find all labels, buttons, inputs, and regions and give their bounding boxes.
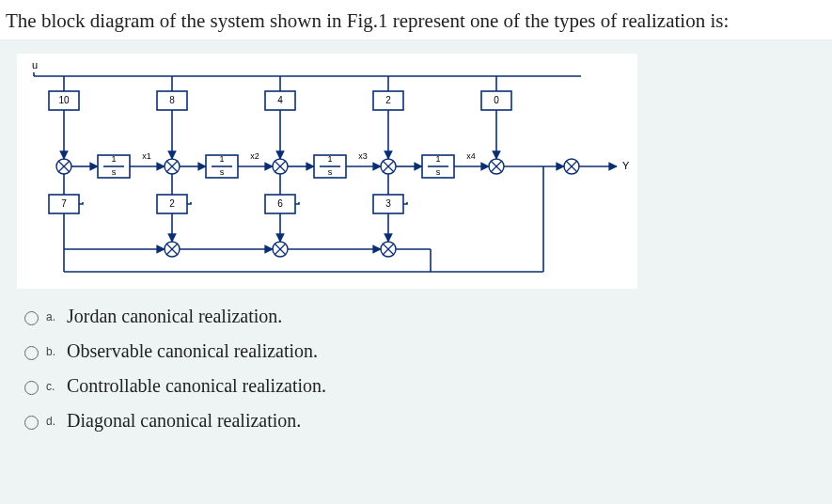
sum-node-2 xyxy=(273,159,288,174)
svg-text:s: s xyxy=(436,168,441,178)
option-c[interactable]: c. Controllable canonical realization. xyxy=(24,375,823,397)
top-gain-3: 2 xyxy=(373,76,403,159)
svg-text:s: s xyxy=(220,168,225,178)
question-text: The block diagram of the system shown in… xyxy=(6,9,729,32)
option-text: Observable canonical realization. xyxy=(67,340,318,362)
option-d[interactable]: d. Diagonal canonical realization. xyxy=(24,410,823,432)
sum-node-out xyxy=(564,159,579,174)
sum-bottom-2 xyxy=(273,242,288,257)
top-gain-4: 0 xyxy=(481,76,511,159)
bottom-gain-0: 7 xyxy=(49,174,83,272)
option-letter: a. xyxy=(46,310,59,323)
output-label: Y xyxy=(622,160,630,171)
integrator-0: 1s x1 xyxy=(71,152,165,179)
svg-text:s: s xyxy=(112,168,117,178)
svg-text:2: 2 xyxy=(385,95,391,105)
svg-text:x3: x3 xyxy=(358,152,368,162)
radio-icon[interactable] xyxy=(24,311,39,325)
svg-text:0: 0 xyxy=(494,95,499,105)
radio-icon[interactable] xyxy=(24,416,39,430)
sum-node-3 xyxy=(381,159,396,174)
svg-text:x1: x1 xyxy=(142,152,151,162)
radio-icon[interactable] xyxy=(24,381,39,395)
bottom-gain-2: 6 xyxy=(265,174,299,242)
top-gain-1: 8 xyxy=(157,76,187,159)
integrator-1: 1s x2 xyxy=(180,152,273,179)
svg-text:8: 8 xyxy=(169,95,175,105)
svg-text:7: 7 xyxy=(61,198,67,209)
option-letter: c. xyxy=(46,380,59,393)
option-text: Diagonal canonical realization. xyxy=(67,410,301,432)
svg-text:10: 10 xyxy=(58,95,70,105)
sum-bottom-1 xyxy=(165,242,180,257)
svg-text:1: 1 xyxy=(111,155,116,165)
top-gain-0: 10 xyxy=(49,76,79,159)
option-letter: b. xyxy=(46,345,59,358)
integrator-2: 1s x3 xyxy=(288,152,381,179)
block-diagram: .wire { stroke:#0a2e73; stroke-width:1.6… xyxy=(17,54,637,289)
sum-bottom-3 xyxy=(381,242,396,257)
sum-node-1 xyxy=(165,159,180,174)
integrator-3: 1s x4 xyxy=(396,152,489,179)
bottom-gain-1: 2 xyxy=(157,174,191,242)
sum-node-4 xyxy=(489,159,504,174)
radio-icon[interactable] xyxy=(24,346,39,360)
top-gain-2: 4 xyxy=(265,76,295,159)
svg-text:1: 1 xyxy=(219,155,224,165)
svg-text:x4: x4 xyxy=(466,152,476,162)
question-area: The block diagram of the system shown in… xyxy=(0,0,832,40)
svg-text:6: 6 xyxy=(277,198,283,209)
option-b[interactable]: b. Observable canonical realization. xyxy=(24,340,823,362)
svg-text:1: 1 xyxy=(435,155,440,165)
svg-text:3: 3 xyxy=(385,198,391,209)
option-text: Jordan canonical realization. xyxy=(67,306,282,327)
sum-node-0 xyxy=(56,159,71,174)
bottom-gain-3: 3 xyxy=(373,174,407,242)
option-text: Controllable canonical realization. xyxy=(67,375,326,397)
svg-text:2: 2 xyxy=(169,198,175,209)
options-list: a. Jordan canonical realization. b. Obse… xyxy=(0,289,832,454)
svg-text:x2: x2 xyxy=(250,152,259,162)
input-label: u xyxy=(32,59,38,71)
svg-text:1: 1 xyxy=(327,155,332,165)
svg-text:s: s xyxy=(328,168,333,178)
option-letter: d. xyxy=(46,415,59,428)
option-a[interactable]: a. Jordan canonical realization. xyxy=(24,306,823,327)
svg-text:4: 4 xyxy=(277,95,283,105)
